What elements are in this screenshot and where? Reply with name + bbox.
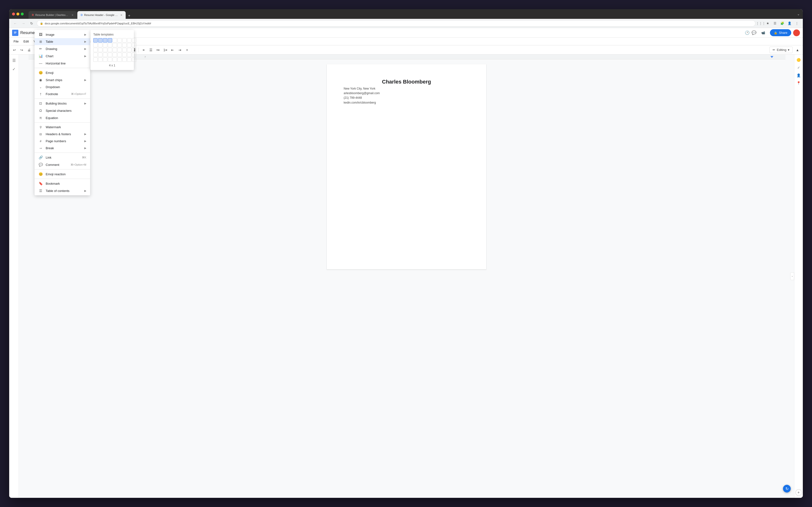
insert-bookmark-item[interactable]: 🔖 Bookmark [35, 180, 90, 187]
menu-edit[interactable]: Edit [21, 39, 31, 44]
insert-table-item[interactable]: ⊞ Table ▶ [35, 38, 90, 45]
insert-page-numbers-item[interactable]: # Page numbers ▶ [35, 137, 90, 145]
insert-image-item[interactable]: 🖼 Image ▶ [35, 31, 90, 38]
new-tab-button[interactable]: + [126, 12, 132, 19]
table-cell-2-6[interactable] [117, 43, 122, 47]
close-button[interactable] [12, 12, 15, 15]
break-menu-icon: ⊸ [39, 147, 43, 150]
table-cell-3-5[interactable] [113, 48, 117, 52]
table-cell-3-3[interactable] [103, 48, 107, 52]
table-cell-5-9[interactable] [132, 57, 136, 62]
bullet-list-button[interactable]: •≡ [155, 47, 161, 53]
table-cell-3-2[interactable] [98, 48, 102, 52]
table-cell-5-3[interactable] [103, 57, 107, 62]
menu-file[interactable]: File [11, 39, 21, 44]
insert-watermark-item[interactable]: ⚲ Watermark [35, 124, 90, 131]
table-cell-5-2[interactable] [98, 57, 102, 62]
table-cell-4-6[interactable] [117, 53, 122, 57]
list-button[interactable]: ☰ [147, 47, 154, 53]
clear-formatting-button[interactable]: × [184, 47, 191, 53]
insert-smart-chips-item[interactable]: ◉ Smart chips ▶ [35, 76, 90, 83]
table-cell-4-8[interactable] [127, 53, 132, 57]
page-numbers-menu-label: Page numbers [46, 139, 82, 143]
align-button[interactable]: ≡ [140, 47, 147, 53]
redo-button[interactable]: ↪ [18, 47, 25, 53]
tab-close-google-docs[interactable]: ✕ [120, 14, 122, 16]
tab-close-resume-builder[interactable]: ✕ [71, 14, 73, 16]
table-cell-3-7[interactable] [122, 48, 126, 52]
table-cell-1-2[interactable] [98, 38, 102, 43]
table-cell-2-3[interactable] [103, 43, 107, 47]
insert-building-blocks-item[interactable]: ⊡ Building blocks ▶ [35, 100, 90, 107]
table-cell-4-3[interactable] [103, 53, 107, 57]
table-cell-4-1[interactable] [93, 53, 98, 57]
headers-footers-menu-icon: ⊟ [39, 132, 43, 136]
table-cell-2-9[interactable] [132, 43, 136, 47]
table-cell-2-1[interactable] [93, 43, 98, 47]
table-cell-4-4[interactable] [108, 53, 112, 57]
insert-break-item[interactable]: ⊸ Break ▶ [35, 145, 90, 152]
forward-button[interactable]: → [20, 20, 27, 26]
insert-chart-item[interactable]: 📊 Chart ▶ [35, 52, 90, 60]
decrease-indent-button[interactable]: ⇤ [169, 47, 176, 53]
insert-special-characters-item[interactable]: Ω Special characters [35, 107, 90, 114]
table-cell-2-8[interactable] [127, 43, 132, 47]
table-cell-2-2[interactable] [98, 43, 102, 47]
insert-headers-footers-item[interactable]: ⊟ Headers & footers ▶ [35, 131, 90, 137]
numbered-list-button[interactable]: 1≡ [162, 47, 169, 53]
print-button[interactable]: 🖨 [26, 47, 33, 53]
table-cell-3-9[interactable] [132, 48, 136, 52]
undo-button[interactable]: ↩ [11, 47, 18, 53]
chart-arrow-icon: ▶ [84, 55, 86, 58]
table-cell-4-2[interactable] [98, 53, 102, 57]
outline-icon[interactable]: ☰ [10, 56, 18, 64]
table-cell-1-1[interactable] [93, 38, 98, 43]
table-cell-5-6[interactable] [117, 57, 122, 62]
table-cell-2-7[interactable] [122, 43, 126, 47]
table-cell-5-5[interactable] [113, 57, 117, 62]
insert-drawing-item[interactable]: ✏ Drawing ▶ [35, 45, 90, 52]
tab-resume-builder[interactable]: R Resume Builder | Dashboard ✕ [29, 11, 77, 19]
table-cell-5-1[interactable] [93, 57, 98, 62]
tab-google-docs[interactable]: D Resume Header - Google Docs ✕ [77, 11, 126, 19]
table-cell-1-7[interactable] [122, 38, 126, 43]
refresh-button[interactable]: ↻ [29, 20, 35, 26]
increase-indent-button[interactable]: ⇥ [176, 47, 183, 53]
table-menu-icon: ⊞ [39, 40, 43, 44]
insert-dropdown-item[interactable]: ⌄ Dropdown [35, 83, 90, 91]
insert-emoji-item[interactable]: 😊 Emoji [35, 69, 90, 76]
insert-equation-item[interactable]: π Equation [35, 114, 90, 121]
back-button[interactable]: ← [12, 20, 18, 26]
table-cell-2-4[interactable] [108, 43, 112, 47]
insert-footnote-item[interactable]: † Footnote ⌘+Option+F [35, 91, 90, 98]
minimize-button[interactable] [16, 12, 19, 15]
maximize-button[interactable] [21, 12, 24, 15]
table-cell-1-3[interactable] [103, 38, 107, 43]
insert-link-item[interactable]: 🔗 Link ⌘K [35, 154, 90, 161]
address-bar[interactable]: 🔒 docs.google.com/document/d/1qITa79Az88… [37, 20, 406, 26]
table-cell-5-7[interactable] [122, 57, 126, 62]
table-cell-3-6[interactable] [117, 48, 122, 52]
table-cell-5-8[interactable] [127, 57, 132, 62]
page-numbers-arrow-icon: ▶ [84, 139, 86, 143]
table-cell-2-5[interactable] [113, 43, 117, 47]
table-cell-1-9[interactable] [132, 38, 136, 43]
table-cell-1-4[interactable] [108, 38, 112, 43]
insert-comment-item[interactable]: 💬 Comment ⌘+Option+M [35, 161, 90, 168]
table-cell-4-9[interactable] [132, 53, 136, 57]
table-cell-3-8[interactable] [127, 48, 132, 52]
table-cell-5-4[interactable] [108, 57, 112, 62]
insert-dropdown-menu: 🖼 Image ▶ ⊞ Table ▶ ✏ Drawing ▶ 📊 Chart … [35, 30, 90, 195]
doc-page[interactable]: Charles Bloomberg New York City, New Yor… [327, 64, 406, 253]
insert-toc-item[interactable]: ☰ Table of contents ▶ [35, 187, 90, 194]
table-cell-1-5[interactable] [113, 38, 117, 43]
table-cell-3-1[interactable] [93, 48, 98, 52]
insert-emoji-reaction-item[interactable]: 😊 Emoji reaction [35, 170, 90, 178]
checklist-icon[interactable]: ✓ [10, 65, 18, 73]
table-cell-1-8[interactable] [127, 38, 132, 43]
table-cell-3-4[interactable] [108, 48, 112, 52]
table-cell-4-5[interactable] [113, 53, 117, 57]
table-cell-4-7[interactable] [122, 53, 126, 57]
insert-horizontal-line-item[interactable]: — Horizontal line [35, 60, 90, 67]
table-cell-1-6[interactable] [117, 38, 122, 43]
